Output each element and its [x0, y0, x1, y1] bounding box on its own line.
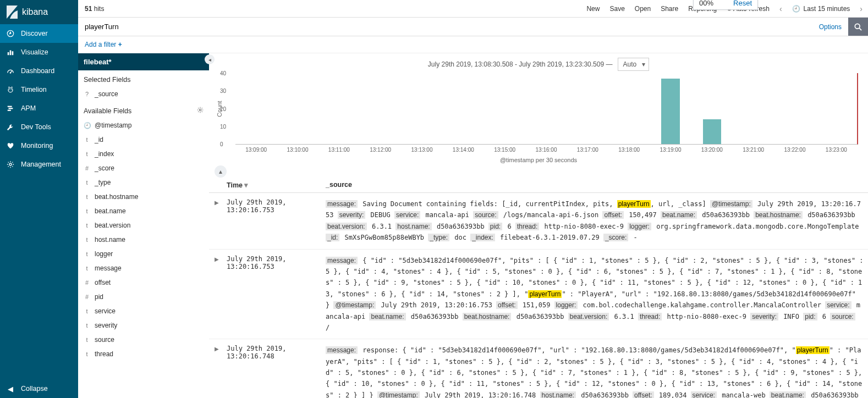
add-filter-button[interactable]: Add a filter +	[85, 41, 122, 48]
doc-expand-button[interactable]: ▶	[215, 345, 227, 398]
field-name: @timestamp	[95, 121, 132, 129]
chart-xlabel: @timestamp per 30 seconds	[209, 157, 868, 163]
doc-expand-button[interactable]: ▶	[215, 255, 227, 334]
field-type-icon: t	[84, 308, 90, 314]
save-button[interactable]: Save	[609, 5, 624, 13]
brand[interactable]: kibana	[0, 0, 78, 24]
time-prev-icon[interactable]: ‹	[779, 4, 782, 13]
nav-item-discover[interactable]: Discover	[0, 24, 78, 43]
field-severity[interactable]: tseverity	[78, 318, 209, 333]
svg-point-8	[11, 89, 12, 90]
field-name: pid	[95, 293, 103, 301]
svg-line-5	[10, 71, 12, 73]
main: 00% Reset 51 hits New Save Open Share Re…	[78, 0, 868, 398]
field-name: source	[95, 336, 114, 344]
time-next-icon[interactable]: ›	[860, 4, 862, 13]
highlight: playerTurn	[617, 200, 651, 208]
index-pattern[interactable]: filebeat*	[78, 53, 209, 70]
field-key: severity:	[338, 211, 366, 219]
field-name: thread	[95, 350, 113, 358]
field-beat-hostname[interactable]: tbeat.hostname	[78, 190, 209, 204]
field-key: @timestamp:	[333, 301, 376, 309]
timelion-icon	[7, 86, 14, 93]
field-type-icon: t	[84, 351, 90, 357]
collapse-fields-button[interactable]: ◂	[205, 54, 215, 64]
svg-point-7	[9, 89, 10, 90]
doc-row: ▶July 29th 2019, 13:20:16.748message: re…	[209, 339, 868, 398]
nav-item-timelion[interactable]: Timelion	[0, 80, 78, 99]
histogram-bar[interactable]	[661, 79, 679, 144]
clock-icon: 🕘	[792, 5, 800, 13]
nav-label: Discover	[21, 30, 48, 37]
field-key: logger:	[554, 301, 578, 309]
fields-settings-button[interactable]	[197, 107, 204, 115]
query-options-button[interactable]: Options	[812, 18, 848, 36]
gear-icon	[197, 107, 204, 113]
sidebar: kibana DiscoverVisualizeDashboardTimelio…	[0, 0, 78, 398]
histogram-chart[interactable]: Count 01020304013:09:0013:10:0013:11:001…	[235, 73, 858, 145]
field-name: beat.name	[95, 207, 126, 215]
new-button[interactable]: New	[586, 5, 600, 13]
query-input[interactable]	[78, 18, 812, 36]
column-time[interactable]: Time ▾	[227, 181, 326, 189]
field-key: pid:	[488, 223, 502, 230]
field-key: service:	[394, 211, 420, 219]
nav-item-dev-tools[interactable]: Dev Tools	[0, 118, 78, 136]
field-beat-version[interactable]: tbeat.version	[78, 218, 209, 233]
field-logger[interactable]: tlogger	[78, 247, 209, 261]
field-name: beat.hostname	[95, 193, 138, 201]
nav-label: Dashboard	[21, 67, 54, 75]
nav-item-management[interactable]: Management	[0, 155, 78, 174]
field-_id[interactable]: t_id	[78, 132, 209, 147]
field-_index[interactable]: t_index	[78, 147, 209, 161]
field-type-icon: t	[84, 222, 90, 229]
svg-rect-11	[8, 110, 11, 111]
field-_score[interactable]: #_score	[78, 161, 209, 175]
field-offset[interactable]: #offset	[78, 275, 209, 290]
gear-icon	[7, 161, 14, 168]
field-thread[interactable]: tthread	[78, 347, 209, 361]
kibana-logo-icon	[7, 5, 18, 19]
brand-label: kibana	[22, 7, 48, 17]
nav-item-visualize[interactable]: Visualize	[0, 43, 78, 62]
nav-item-dashboard[interactable]: Dashboard	[0, 62, 78, 80]
field-key: _id:	[326, 234, 339, 241]
reset-link[interactable]: Reset	[733, 0, 752, 7]
field-name: beat.version	[95, 222, 130, 229]
field-host-name[interactable]: thost.name	[78, 233, 209, 247]
nav-item-apm[interactable]: APM	[0, 99, 78, 118]
field-message[interactable]: tmessage	[78, 261, 209, 275]
field-_type[interactable]: t_type	[78, 175, 209, 190]
field-name: message	[95, 264, 122, 272]
field-type-icon: t	[84, 336, 90, 343]
time-range-button[interactable]: 🕘 Last 15 minutes	[792, 5, 850, 13]
nav-label: APM	[21, 104, 36, 112]
field-type-icon: t	[84, 194, 90, 200]
doc-time: July 29th 2019, 13:20:16.748	[227, 345, 326, 398]
field-_source[interactable]: ?_source	[78, 87, 209, 101]
field--timestamp[interactable]: 🕘@timestamp	[78, 118, 209, 132]
field-key: beat.version:	[568, 313, 609, 320]
scroll-top-button[interactable]: ▴	[215, 165, 227, 178]
interval-select[interactable]: Auto	[618, 58, 649, 71]
search-button[interactable]	[848, 18, 868, 36]
sidebar-collapse[interactable]: ◀ Collapse	[0, 379, 78, 398]
field-key: service:	[825, 301, 851, 309]
field-name: _id	[95, 136, 103, 143]
field-source[interactable]: tsource	[78, 333, 209, 347]
open-button[interactable]: Open	[635, 5, 651, 13]
collapse-icon: ◀	[7, 385, 14, 393]
svg-rect-10	[9, 108, 13, 109]
field-pid[interactable]: #pid	[78, 290, 209, 304]
collapse-label: Collapse	[21, 385, 48, 393]
histogram-bar[interactable]	[703, 119, 721, 144]
field-key: thread:	[515, 223, 539, 230]
nav-item-monitoring[interactable]: Monitoring	[0, 136, 78, 155]
doc-expand-button[interactable]: ▶	[215, 198, 227, 244]
field-key: message:	[326, 257, 358, 264]
field-service[interactable]: tservice	[78, 304, 209, 318]
share-button[interactable]: Share	[661, 5, 678, 13]
field-beat-name[interactable]: tbeat.name	[78, 204, 209, 218]
column-source[interactable]: _source	[326, 181, 868, 189]
filter-row: Add a filter +	[78, 36, 868, 53]
